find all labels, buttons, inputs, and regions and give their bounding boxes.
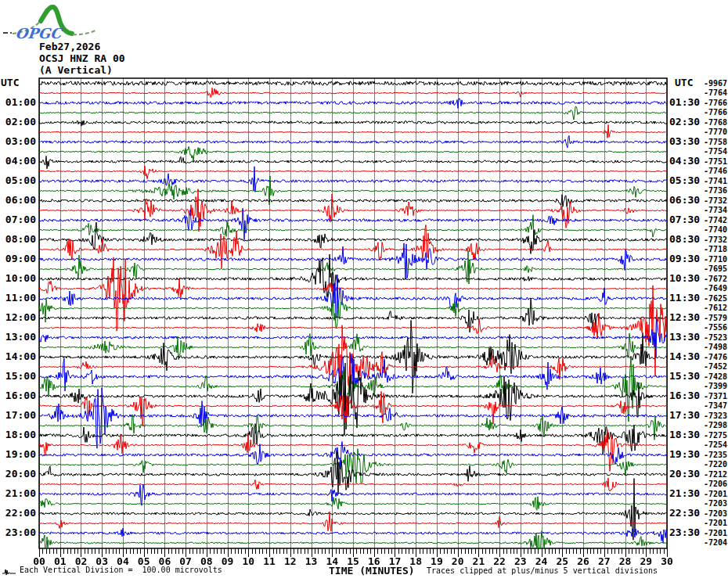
left-time-label: 23:00 xyxy=(0,527,36,538)
right-time-label: 21:30 xyxy=(669,488,700,499)
header-date: Feb27,2026 xyxy=(39,41,100,52)
trace-bias-value: -7476 xyxy=(701,353,727,361)
trace-bias-value: -7751 xyxy=(701,157,727,166)
right-time-label: 13:30 xyxy=(669,332,700,343)
right-time-label: 09:30 xyxy=(669,253,700,264)
trace-bias-value: -7766 xyxy=(701,108,727,117)
left-time-label: 06:00 xyxy=(0,195,36,206)
trace-bias-value: -7732 xyxy=(701,235,727,244)
left-time-label: 19:00 xyxy=(0,449,36,460)
right-time-label: 01:30 xyxy=(669,97,700,108)
trace-bias-value: -7649 xyxy=(701,284,727,293)
trace-bias-value: -7672 xyxy=(701,275,727,283)
right-time-label: 18:30 xyxy=(669,429,700,440)
left-time-label: 04:00 xyxy=(0,156,36,167)
left-time-label: 05:00 xyxy=(0,175,36,186)
left-time-label: 09:00 xyxy=(0,253,36,264)
trace-bias-value: -7298 xyxy=(701,421,727,429)
trace-bias-value: -7579 xyxy=(701,314,727,322)
trace-bias-value: -7770 xyxy=(701,128,727,136)
left-time-label: 03:00 xyxy=(0,136,36,147)
trace-bias-value: -7204 xyxy=(701,538,727,547)
trace-bias-value: -7212 xyxy=(701,470,727,479)
right-time-label: 08:30 xyxy=(669,234,700,245)
trace-bias-value: -7710 xyxy=(701,255,727,264)
left-time-label: 10:00 xyxy=(0,273,36,284)
header-station: OCSJ HNZ RA 00 xyxy=(39,52,125,64)
left-time-label: 16:00 xyxy=(0,390,36,401)
right-time-label: 15:30 xyxy=(669,371,700,382)
x-axis-tick-label: 25 xyxy=(552,556,572,567)
trace-bias-value: -7768 xyxy=(701,118,727,127)
helicorder-plot xyxy=(38,77,669,559)
left-time-label: 12:00 xyxy=(0,312,36,323)
trace-bias-value: -7201 xyxy=(701,519,727,527)
trace-bias-value: -7741 xyxy=(701,177,727,185)
trace-bias-value: -7523 xyxy=(701,333,727,342)
right-time-label: 11:30 xyxy=(669,293,700,304)
trace-bias-value: -7428 xyxy=(701,372,727,381)
x-axis-tick-label: 28 xyxy=(615,556,636,567)
trace-bias-value: -7323 xyxy=(701,411,727,420)
trace-bias-value: -7254 xyxy=(701,440,727,449)
trace-bias-value: -7746 xyxy=(701,167,727,175)
utc-label-left: UTC xyxy=(1,77,19,88)
trace-bias-value: -7718 xyxy=(701,245,727,253)
x-axis-tick-label: 29 xyxy=(636,556,656,567)
right-time-label: 22:30 xyxy=(669,508,700,519)
opgc-logo: OPGC xyxy=(2,2,99,42)
trace-bias-value: -7498 xyxy=(701,343,727,351)
trace-bias-value: -7203 xyxy=(701,509,727,518)
right-time-label: 03:30 xyxy=(669,136,700,147)
trace-bias-value: -9967 xyxy=(701,79,727,88)
logo-text: OPGC xyxy=(15,25,65,41)
trace-bias-value: -7220 xyxy=(701,460,727,469)
right-time-label: 04:30 xyxy=(669,156,700,167)
left-time-label: 18:00 xyxy=(0,429,36,440)
right-time-label: 20:30 xyxy=(669,469,700,480)
trace-bias-value: -7740 xyxy=(701,225,727,234)
trace-bias-value: -7203 xyxy=(701,499,727,508)
clip-note: Traces clipped at plus/minus 5 vertical … xyxy=(427,566,658,575)
x-axis-tick-label: 10 xyxy=(238,556,258,567)
x-axis-tick-label: 30 xyxy=(657,556,677,567)
trace-bias-value: -7758 xyxy=(701,138,727,146)
left-time-label: 20:00 xyxy=(0,469,36,480)
left-time-label: 21:00 xyxy=(0,488,36,499)
trace-bias-value: -7695 xyxy=(701,264,727,273)
utc-label-right: UTC xyxy=(675,77,693,88)
x-axis-tick-label: 23 xyxy=(510,556,531,567)
header-component: (A Vertical) xyxy=(39,64,113,76)
trace-bias-value: -7206 xyxy=(701,480,727,488)
right-time-label: 17:30 xyxy=(669,410,700,421)
vertical-division-note: Each Vertical Division = 100.00 microvol… xyxy=(20,566,222,574)
trace-bias-value: -7452 xyxy=(701,362,727,371)
left-time-label: 13:00 xyxy=(0,332,36,343)
right-time-label: 19:30 xyxy=(669,449,700,460)
right-time-label: 05:30 xyxy=(669,175,700,186)
left-time-label: 08:00 xyxy=(0,234,36,245)
trace-bias-value: -7742 xyxy=(701,216,727,225)
x-axis-tick-label: 21 xyxy=(468,556,488,567)
trace-bias-value: -7754 xyxy=(701,147,727,156)
x-axis-tick-label: 27 xyxy=(594,556,614,567)
left-time-label: 15:00 xyxy=(0,371,36,382)
x-axis-tick-label: 11 xyxy=(259,556,279,567)
left-time-label: 02:00 xyxy=(0,117,36,128)
x-axis-tick-label: 12 xyxy=(280,556,301,567)
trace-bias-value: -7347 xyxy=(701,401,727,410)
x-axis-tick-label: 24 xyxy=(532,556,552,567)
left-time-label: 07:00 xyxy=(0,214,36,225)
right-time-label: 12:30 xyxy=(669,312,700,323)
right-time-label: 06:30 xyxy=(669,195,700,206)
trace-bias-value: -7734 xyxy=(701,206,727,214)
x-axis-tick-label: 19 xyxy=(427,556,447,567)
trace-bias-value: -7275 xyxy=(701,431,727,440)
right-time-label: 10:30 xyxy=(669,273,700,284)
right-time-label: 14:30 xyxy=(669,351,700,362)
right-time-label: 02:30 xyxy=(669,117,700,128)
x-axis-tick-label: 22 xyxy=(489,556,510,567)
trace-bias-value: -7625 xyxy=(701,294,727,303)
right-time-label: 23:30 xyxy=(669,527,700,538)
left-time-label: 11:00 xyxy=(0,293,36,304)
